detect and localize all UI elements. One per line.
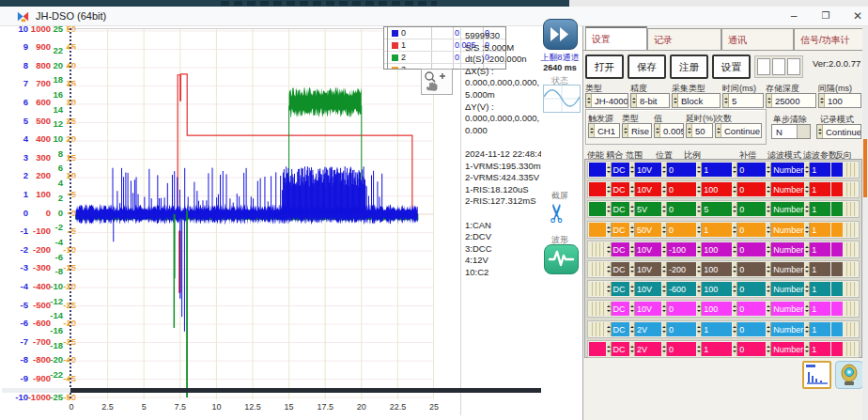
channel-filter-param[interactable]: 1 bbox=[805, 182, 829, 196]
channel-scale[interactable]: 1 bbox=[697, 163, 732, 177]
spinner-arrows-icon[interactable] bbox=[655, 124, 660, 137]
channel-range[interactable]: 2V bbox=[630, 322, 661, 336]
spinner-arrows-icon[interactable] bbox=[767, 223, 771, 237]
spinner-arrows-icon[interactable] bbox=[767, 202, 771, 216]
channel-range[interactable]: 10V bbox=[630, 182, 661, 196]
spinner-arrows-icon[interactable] bbox=[733, 202, 737, 216]
channel-invert-box[interactable] bbox=[844, 322, 857, 336]
channel-filter-mode[interactable]: Number bbox=[767, 163, 804, 177]
spinner-arrows-icon[interactable] bbox=[662, 262, 667, 276]
channel-filter-mode[interactable]: Number bbox=[767, 262, 804, 276]
channel-invert-box[interactable] bbox=[844, 282, 857, 296]
spinner-arrows-icon[interactable] bbox=[733, 182, 737, 196]
channel-invert-box[interactable] bbox=[844, 242, 857, 257]
channel-filter-param[interactable]: 1 bbox=[805, 282, 829, 296]
spinner-arrows-icon[interactable] bbox=[662, 202, 667, 216]
channel-filter-mode[interactable]: Number bbox=[767, 182, 804, 196]
channel-position[interactable]: -600 bbox=[662, 282, 696, 296]
channel-row-6[interactable]: DC10V-2001000Number1 bbox=[587, 260, 860, 278]
channel-offset[interactable]: 0 bbox=[733, 223, 766, 237]
spinner-arrows-icon[interactable] bbox=[697, 322, 702, 336]
channel-filter-param[interactable]: 1 bbox=[805, 342, 829, 356]
spinner-arrows-icon[interactable] bbox=[767, 163, 771, 177]
close-button[interactable]: ✕ bbox=[842, 7, 868, 26]
channel-coupling[interactable]: DC bbox=[607, 182, 629, 196]
spinner-arrows-icon[interactable] bbox=[607, 182, 612, 196]
spinner-arrows-icon[interactable] bbox=[817, 125, 823, 138]
screenshot-scissors-icon[interactable]: ✂ bbox=[543, 203, 571, 225]
spinner-arrows-icon[interactable] bbox=[805, 302, 810, 316]
channel-filter-param[interactable]: 1 bbox=[805, 202, 829, 216]
channel-offset[interactable]: 0 bbox=[733, 202, 766, 216]
channel-coupling[interactable]: DC bbox=[607, 342, 629, 356]
spinner-arrows-icon[interactable] bbox=[733, 242, 737, 257]
spinner-arrows-icon[interactable] bbox=[767, 262, 771, 276]
channel-range[interactable]: 10V bbox=[630, 302, 661, 316]
channel-row-4[interactable]: DC50V010Number1 bbox=[587, 221, 860, 239]
spinner-arrows-icon[interactable] bbox=[733, 342, 737, 356]
spinner-arrows-icon[interactable] bbox=[697, 182, 702, 196]
channel-invert-box[interactable] bbox=[844, 223, 857, 237]
spinner-arrows-icon[interactable] bbox=[733, 163, 737, 177]
spinner-arrows-icon[interactable] bbox=[630, 242, 635, 257]
trigger-field-3[interactable]: 0.0051 bbox=[654, 123, 684, 138]
spinner-arrows-icon[interactable] bbox=[630, 262, 635, 276]
spinner-arrows-icon[interactable] bbox=[767, 182, 771, 196]
channel-row-1[interactable]: DC10V010Number1 bbox=[587, 161, 860, 179]
channel-filter-param[interactable]: 1 bbox=[805, 262, 829, 276]
channel-coupling[interactable]: DC bbox=[607, 163, 629, 177]
channel-filter-mode[interactable]: Number bbox=[767, 282, 804, 296]
channel-row-2[interactable]: DC10V01000Number1 bbox=[587, 180, 860, 198]
spinner-arrows-icon[interactable] bbox=[630, 342, 635, 356]
channel-range[interactable]: 2V bbox=[630, 342, 661, 356]
channel-coupling[interactable]: DC bbox=[607, 242, 629, 257]
channel-enable-box[interactable] bbox=[589, 242, 606, 257]
channel-filter-param[interactable]: 1 bbox=[805, 322, 829, 336]
channel-filter-mode[interactable]: Number bbox=[767, 322, 804, 336]
spinner-arrows-icon[interactable] bbox=[630, 302, 635, 316]
spinner-arrows-icon[interactable] bbox=[805, 262, 810, 276]
spinner-arrows-icon[interactable] bbox=[623, 124, 628, 137]
spinner-arrows-icon[interactable] bbox=[805, 342, 810, 356]
channel-scale[interactable]: 100 bbox=[697, 182, 732, 196]
channel-range[interactable]: 10V bbox=[630, 163, 661, 177]
spinner-arrows-icon[interactable] bbox=[767, 282, 771, 296]
tab-3[interactable]: 通讯 bbox=[721, 28, 794, 50]
spinner-arrows-icon[interactable] bbox=[805, 182, 810, 196]
record-mode-select[interactable]: Continue bbox=[816, 124, 861, 139]
channel-position[interactable]: 0 bbox=[662, 163, 696, 177]
acq-field-4[interactable]: 5 bbox=[722, 93, 764, 108]
channel-coupling[interactable]: DC bbox=[607, 262, 629, 276]
channel-row-5[interactable]: DC10V-1001000Number1 bbox=[587, 241, 860, 258]
spinner-arrows-icon[interactable] bbox=[733, 262, 737, 276]
spinner-arrows-icon[interactable] bbox=[805, 242, 810, 257]
spinner-arrows-icon[interactable] bbox=[805, 223, 810, 237]
waveform-export-button[interactable] bbox=[544, 244, 579, 274]
spinner-arrows-icon[interactable] bbox=[805, 163, 810, 177]
channel-enable-box[interactable] bbox=[589, 163, 606, 177]
spinner-arrows-icon[interactable] bbox=[733, 322, 737, 336]
channel-scale[interactable]: 100 bbox=[697, 242, 732, 257]
channel-offset[interactable]: 0 bbox=[733, 262, 766, 276]
channel-filter-param[interactable]: 1 bbox=[805, 242, 829, 257]
trigger-field-5[interactable]: Continue bbox=[715, 123, 762, 138]
channel-coupling[interactable]: DC bbox=[607, 322, 629, 336]
spinner-arrows-icon[interactable] bbox=[805, 282, 810, 296]
spinner-arrows-icon[interactable] bbox=[697, 163, 702, 177]
channel-coupling[interactable]: DC bbox=[607, 223, 629, 237]
channel-position[interactable]: 0 bbox=[662, 182, 696, 196]
spinner-arrows-icon[interactable] bbox=[662, 282, 667, 296]
trigger-field-4[interactable]: 50 bbox=[686, 123, 713, 138]
channel-position[interactable]: 0 bbox=[662, 302, 696, 316]
channel-row-8[interactable]: DC10V01000Number1 bbox=[587, 300, 860, 318]
tab-4[interactable]: 信号/功率计 bbox=[794, 28, 863, 50]
channel-enable-box[interactable] bbox=[589, 202, 606, 216]
channel-scale[interactable]: 100 bbox=[697, 302, 732, 316]
spinner-arrows-icon[interactable] bbox=[607, 223, 612, 237]
spinner-arrows-icon[interactable] bbox=[589, 124, 595, 137]
status-waveform-thumbnail[interactable] bbox=[543, 85, 581, 113]
channel-position[interactable]: 0 bbox=[662, 202, 696, 216]
spinner-arrows-icon[interactable] bbox=[767, 242, 771, 257]
channel-scale[interactable]: 5 bbox=[697, 202, 732, 216]
spinner-arrows-icon[interactable] bbox=[723, 94, 729, 107]
